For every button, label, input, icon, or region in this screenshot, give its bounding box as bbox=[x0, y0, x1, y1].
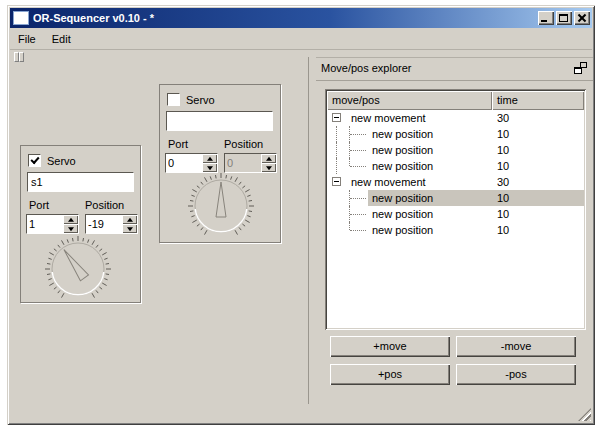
minimize-icon bbox=[541, 20, 547, 22]
port-spinbox-field[interactable] bbox=[27, 215, 63, 233]
tree-item-label: new position bbox=[372, 128, 433, 140]
servo-dial[interactable] bbox=[185, 170, 257, 242]
resize-grip[interactable] bbox=[578, 408, 591, 421]
dock-title-bar[interactable]: Move/pos explorer bbox=[316, 58, 593, 81]
position-spinbox bbox=[85, 214, 138, 234]
spin-up-button[interactable] bbox=[63, 215, 78, 224]
servo-name-input[interactable] bbox=[166, 111, 273, 131]
spin-down-button[interactable] bbox=[63, 224, 78, 233]
minimize-button[interactable] bbox=[538, 11, 554, 25]
tree-row[interactable]: new position 10 bbox=[327, 142, 584, 158]
position-spinbox-field[interactable] bbox=[86, 215, 122, 233]
position-label: Position bbox=[224, 138, 263, 150]
tree-item-time: 10 bbox=[492, 192, 584, 204]
tree-row[interactable]: new movement 30 bbox=[327, 110, 584, 126]
spin-up-button[interactable] bbox=[202, 154, 217, 163]
tree-item-label: new position bbox=[372, 224, 433, 236]
tree-row[interactable]: new position 10 bbox=[327, 126, 584, 142]
menu-bar: File Edit bbox=[10, 28, 592, 50]
toolbar-grip-icon[interactable] bbox=[19, 52, 24, 62]
title-bar[interactable]: OR-Sequencer v0.10 - * bbox=[10, 8, 592, 28]
close-button[interactable] bbox=[574, 11, 590, 25]
dock-title: Move/pos explorer bbox=[321, 62, 412, 74]
tree-item-label: new position bbox=[372, 192, 433, 204]
arrow-up-icon bbox=[266, 156, 272, 160]
status-bar bbox=[10, 403, 592, 422]
app-icon[interactable] bbox=[13, 11, 29, 25]
window-title: OR-Sequencer v0.10 - * bbox=[33, 12, 538, 24]
add-pos-button[interactable]: +pos bbox=[330, 364, 450, 385]
menu-file[interactable]: File bbox=[10, 31, 44, 47]
spin-up-button[interactable] bbox=[261, 154, 276, 163]
tree-item-label: new movement bbox=[351, 176, 426, 188]
tree-item-time: 10 bbox=[492, 160, 584, 172]
tree-row-selected[interactable]: new position 10 bbox=[327, 190, 584, 206]
tree-item-time: 10 bbox=[492, 208, 584, 220]
servo-checkbox-label: Servo bbox=[186, 94, 215, 106]
collapse-icon[interactable] bbox=[332, 113, 341, 122]
spin-down-button[interactable] bbox=[122, 224, 137, 233]
servo-name-input[interactable] bbox=[27, 172, 134, 192]
servo-dial[interactable] bbox=[42, 233, 114, 305]
servo-checkbox-label: Servo bbox=[47, 155, 76, 167]
maximize-icon bbox=[559, 14, 568, 22]
tree-item-time: 10 bbox=[492, 144, 584, 156]
arrow-down-icon bbox=[266, 166, 272, 170]
remove-pos-button[interactable]: -pos bbox=[456, 364, 576, 385]
maximize-button[interactable] bbox=[556, 11, 572, 25]
column-header-move-pos[interactable]: move/pos bbox=[327, 91, 492, 110]
tree-item-time: 10 bbox=[492, 224, 584, 236]
arrow-down-icon bbox=[127, 227, 133, 231]
dock-float-button[interactable] bbox=[574, 62, 587, 74]
spin-down-button[interactable] bbox=[261, 163, 276, 172]
tree-row[interactable]: new movement 30 bbox=[327, 174, 584, 190]
move-pos-tree: move/pos time new movement 30 new positi… bbox=[325, 89, 586, 330]
port-label: Port bbox=[168, 138, 188, 150]
dock-move-pos-explorer: Move/pos explorer move/pos time new move… bbox=[316, 57, 593, 404]
arrow-up-icon bbox=[207, 156, 213, 160]
arrow-up-icon bbox=[68, 217, 74, 221]
port-label: Port bbox=[29, 199, 49, 211]
servo-panel-2: Servo Port Position bbox=[159, 84, 281, 243]
menu-edit[interactable]: Edit bbox=[44, 31, 79, 47]
position-label: Position bbox=[85, 199, 124, 211]
tree-item-time: 30 bbox=[492, 112, 584, 124]
tree-row[interactable]: new position 10 bbox=[327, 206, 584, 222]
app-window: OR-Sequencer v0.10 - * File Edit Servo P… bbox=[7, 5, 595, 425]
tree-item-label: new movement bbox=[351, 112, 426, 124]
column-header-time[interactable]: time bbox=[492, 91, 584, 110]
arrow-down-icon bbox=[68, 227, 74, 231]
tree-item-label: new position bbox=[372, 208, 433, 220]
tree-row[interactable]: new position 10 bbox=[327, 158, 584, 174]
remove-move-button[interactable]: -move bbox=[456, 336, 576, 357]
add-move-button[interactable]: +move bbox=[330, 336, 450, 357]
collapse-icon[interactable] bbox=[332, 177, 341, 186]
servo-checkbox[interactable] bbox=[167, 93, 180, 106]
tree-item-time: 30 bbox=[492, 176, 584, 188]
dock-splitter[interactable] bbox=[308, 57, 311, 404]
servo-panel-1: Servo Port Position bbox=[20, 145, 141, 303]
spin-up-button[interactable] bbox=[122, 215, 137, 224]
port-spinbox bbox=[26, 214, 79, 234]
tree-item-label: new position bbox=[372, 160, 433, 172]
servo-checkbox[interactable] bbox=[28, 154, 41, 167]
window-controls bbox=[538, 11, 590, 25]
arrow-up-icon bbox=[127, 217, 133, 221]
tree-header: move/pos time bbox=[327, 91, 584, 110]
tree-item-label: new position bbox=[372, 144, 433, 156]
tree-item-time: 10 bbox=[492, 128, 584, 140]
tree-row[interactable]: new position 10 bbox=[327, 222, 584, 238]
